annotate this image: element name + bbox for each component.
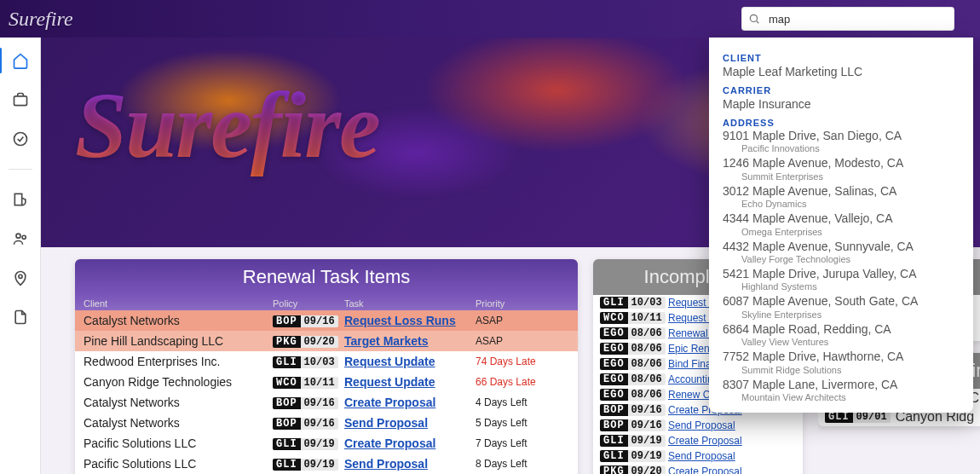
incomplete-task-link[interactable]: Send Proposal (668, 450, 735, 462)
incomplete-policy-tag: WCO10/11 (600, 310, 666, 326)
dropdown-section-client: CLIENT (723, 53, 960, 63)
renewal-client: Catalyst Networks (84, 314, 273, 327)
dropdown-address-sub: Skyline Enterprises (741, 309, 960, 320)
dropdown-address-sub: Valley Forge Technologies (741, 254, 960, 264)
incomplete-task-link[interactable]: Create Proposal (668, 465, 742, 474)
renewal-client: Catalyst Networks (84, 396, 273, 409)
dropdown-address-result[interactable]: 4344 Maple Avenue, Vallejo, CA (723, 212, 960, 225)
renewal-row: Catalyst NetworksBOP09/16Send Proposal5 … (75, 413, 578, 433)
renewal-task-link[interactable]: Send Proposal (344, 416, 428, 430)
dropdown-address-sub: Omega Enterprises (741, 227, 960, 237)
renewal-priority: 7 Days Left (476, 437, 569, 449)
svg-line-1 (757, 21, 759, 24)
renewal-row: Pine Hill Landscaping LLCPKG09/20Target … (75, 331, 578, 351)
search-input[interactable] (767, 12, 948, 26)
renewal-task-link[interactable]: Request Loss Runs (344, 314, 456, 327)
dropdown-client-result[interactable]: Maple Leaf Marketing LLC (723, 65, 960, 78)
renewal-priority: ASAP (476, 315, 569, 327)
dropdown-address-sub: Summit Enterprises (741, 171, 960, 182)
svg-point-5 (16, 234, 20, 238)
sidebar (0, 38, 41, 474)
renewal-client: Pine Hill Landscaping LLC (84, 334, 273, 348)
renewal-task-link[interactable]: Send Proposal (344, 457, 428, 471)
incomplete-task-link[interactable]: Create Proposal (668, 435, 742, 447)
renewal-task-link[interactable]: Request Update (344, 375, 435, 389)
incomplete-policy-tag: GLI10/03 (600, 295, 666, 310)
svg-rect-4 (14, 194, 21, 205)
dropdown-section-carrier: CARRIER (723, 85, 960, 95)
incomplete-task-link[interactable]: Send Proposal (668, 419, 735, 431)
incomplete-policy-tag: EGO08/06 (600, 387, 666, 402)
dropdown-address-result[interactable]: 9101 Maple Drive, San Diego, CA (723, 130, 960, 142)
dropdown-address-result[interactable]: 1246 Maple Avenue, Modesto, CA (723, 157, 960, 170)
incomplete-row: PKG09/20 Create Proposal (593, 464, 803, 474)
col-header-task: Task (344, 298, 476, 309)
renewal-row: Canyon Ridge TechnologiesWCO10/11Request… (75, 372, 578, 392)
incomplete-policy-tag: BOP09/16 (600, 418, 666, 433)
dropdown-address-result[interactable]: 4432 Maple Avenue, Sunnyvale, CA (723, 240, 960, 253)
incomplete-policy-tag: GLI09/19 (600, 448, 666, 464)
svg-point-3 (14, 133, 26, 146)
dropdown-address-result[interactable]: 3012 Maple Avenue, Salinas, CA (723, 185, 960, 198)
dropdown-address-sub: Highland Systems (741, 281, 960, 292)
incomplete-row: GLI09/19 Create Proposal (593, 433, 803, 448)
dropdown-address-sub: Valley View Ventures (741, 337, 960, 347)
home-icon[interactable] (11, 51, 30, 70)
dropdown-address-sub: Summit Ridge Solutions (741, 365, 960, 375)
location-pin-icon[interactable] (11, 269, 30, 287)
topbar: Surefire (0, 0, 980, 38)
renewal-row: Pacific Solutions LLCGLI09/19Create Prop… (75, 433, 578, 454)
dropdown-address-result[interactable]: 7752 Maple Drive, Hawthorne, CA (723, 350, 960, 363)
renewal-priority: 66 Days Late (476, 376, 569, 388)
renewal-task-link[interactable]: Create Proposal (344, 436, 435, 450)
dropdown-address-result[interactable]: 8307 Maple Lane, Livermore, CA (723, 379, 960, 391)
brand-logo: Surefire (9, 8, 73, 31)
renewal-client: Canyon Ridge Technologies (84, 375, 273, 389)
panel-renewals: Renewal Task Items Client Policy Task Pr… (75, 259, 578, 474)
incomplete-row: BOP09/16 Send Proposal (593, 418, 803, 433)
renewal-task-link[interactable]: Create Proposal (344, 396, 435, 409)
renewal-client: Pacific Solutions LLC (84, 436, 273, 450)
svg-point-0 (750, 14, 757, 21)
renewal-client: Redwood Enterprises Inc. (84, 355, 273, 368)
briefcase-icon[interactable] (11, 90, 30, 109)
dropdown-carrier-result[interactable]: Maple Insurance (723, 97, 960, 111)
renewal-row: Pacific Solutions LLCGLI09/19Send Propos… (75, 454, 578, 474)
search-icon (748, 13, 760, 25)
dropdown-address-result[interactable]: 5421 Maple Drive, Jurupa Valley, CA (723, 268, 960, 280)
renewal-task-link[interactable]: Request Update (344, 355, 435, 368)
incomplete-row: GLI09/19 Send Proposal (593, 448, 803, 464)
renewal-row: Catalyst NetworksBOP09/16Create Proposal… (75, 392, 578, 413)
building-shield-icon[interactable] (11, 190, 30, 209)
col-header-client: Client (84, 298, 273, 309)
renewal-policy-tag: GLI10/03 (273, 354, 344, 370)
renewal-client: Pacific Solutions LLC (84, 457, 273, 471)
hero-title: Surefire (75, 72, 379, 180)
incomplete-policy-tag: EGO08/06 (600, 356, 666, 372)
renewal-client: Catalyst Networks (84, 416, 273, 430)
col-header-policy: Policy (273, 298, 344, 309)
col-header-priority: Priority (476, 298, 569, 309)
svg-point-7 (18, 275, 21, 278)
renewal-row: Redwood Enterprises Inc.GLI10/03Request … (75, 351, 578, 372)
global-search[interactable] (741, 7, 954, 31)
renewals-headers: Client Policy Task Priority (75, 295, 578, 310)
svg-rect-2 (14, 96, 26, 106)
search-dropdown: CLIENT Maple Leaf Marketing LLC CARRIER … (709, 38, 973, 413)
dropdown-address-result[interactable]: 6087 Maple Avenue, South Gate, CA (723, 295, 960, 308)
dropdown-section-address: ADDRESS (723, 118, 960, 128)
document-icon[interactable] (11, 308, 30, 327)
incomplete-policy-tag: EGO08/06 (600, 341, 666, 356)
dropdown-address-sub: Mountain View Architects (741, 392, 960, 402)
check-circle-icon[interactable] (11, 130, 30, 148)
renewal-policy-tag: BOP09/16 (273, 395, 344, 411)
dropdown-address-sub: Echo Dynamics (741, 199, 960, 209)
renewal-policy-tag: BOP09/16 (273, 313, 344, 329)
dropdown-address-result[interactable]: 6864 Maple Road, Redding, CA (723, 323, 960, 336)
renewal-priority: ASAP (476, 335, 569, 347)
users-icon[interactable] (11, 229, 30, 248)
incomplete-policy-tag: EGO08/06 (600, 372, 666, 387)
svg-point-6 (22, 235, 26, 239)
dropdown-address-sub: Pacific Innovations (741, 143, 960, 153)
renewal-task-link[interactable]: Target Markets (344, 334, 429, 348)
